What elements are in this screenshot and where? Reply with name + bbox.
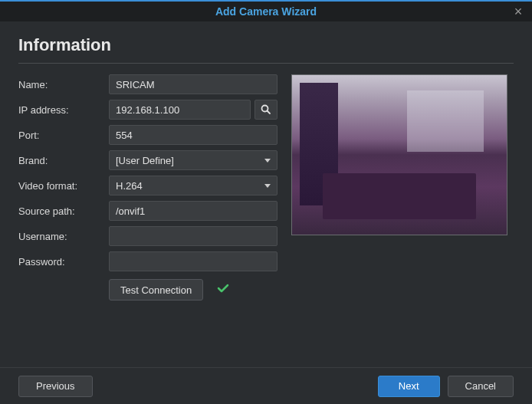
form-area: Name: IP address: xyxy=(18,74,514,301)
brand-value: [User Define] xyxy=(116,155,174,166)
row-name: Name: xyxy=(18,74,277,94)
camera-preview-image xyxy=(291,74,507,235)
section-heading: Information xyxy=(18,35,514,64)
titlebar: Add Camera Wizard × xyxy=(0,0,532,21)
window-title: Add Camera Wizard xyxy=(215,5,317,18)
name-input[interactable] xyxy=(109,74,277,94)
row-port: Port: xyxy=(18,125,277,145)
brand-label: Brand: xyxy=(18,155,109,166)
close-button[interactable]: × xyxy=(511,5,526,20)
footer-bar: Previous Next Cancel xyxy=(0,367,532,404)
row-video: Video format: H.264 xyxy=(18,176,277,195)
username-label: Username: xyxy=(18,231,109,242)
row-username: Username: xyxy=(18,226,277,246)
cancel-button[interactable]: Cancel xyxy=(448,376,514,397)
brand-select[interactable]: [User Define] xyxy=(109,150,277,170)
video-label: Video format: xyxy=(18,180,109,192)
source-label: Source path: xyxy=(18,205,109,217)
port-label: Port: xyxy=(18,130,109,141)
svg-line-1 xyxy=(268,111,271,114)
name-label: Name: xyxy=(18,79,109,90)
search-icon xyxy=(261,104,271,115)
chevron-down-icon xyxy=(264,159,271,163)
ip-input[interactable] xyxy=(109,100,251,120)
ip-label: IP address: xyxy=(18,104,109,116)
video-select[interactable]: H.264 xyxy=(109,176,277,195)
password-input[interactable] xyxy=(109,251,277,271)
row-ip: IP address: xyxy=(18,100,277,120)
check-icon xyxy=(217,283,229,297)
row-password: Password: xyxy=(18,251,277,271)
search-ip-button[interactable] xyxy=(255,100,277,120)
port-input[interactable] xyxy=(109,125,277,145)
chevron-down-icon xyxy=(264,184,271,188)
source-input[interactable] xyxy=(109,201,277,221)
password-label: Password: xyxy=(18,256,109,268)
test-row: Test Connection xyxy=(18,279,277,301)
previous-button[interactable]: Previous xyxy=(18,376,93,397)
row-brand: Brand: [User Define] xyxy=(18,150,277,170)
test-connection-button[interactable]: Test Connection xyxy=(109,279,203,301)
next-button[interactable]: Next xyxy=(378,376,440,397)
form-fields: Name: IP address: xyxy=(18,74,277,301)
content-area: Information Name: IP address: xyxy=(0,21,532,301)
close-icon: × xyxy=(514,4,523,19)
preview-pane xyxy=(291,74,514,301)
row-source: Source path: xyxy=(18,201,277,221)
username-input[interactable] xyxy=(109,226,277,246)
video-value: H.264 xyxy=(116,180,143,192)
